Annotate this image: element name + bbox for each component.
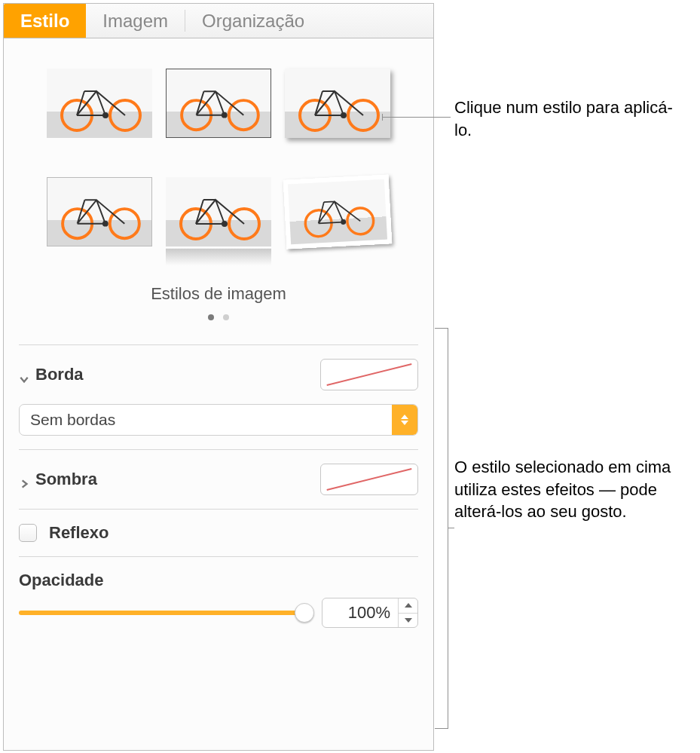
svg-point-2 [103, 113, 108, 118]
callout-leader-line [448, 528, 454, 528]
image-styles-heading: Estilos de imagem [4, 284, 433, 304]
callout-text: O estilo selecionado em cima utiliza est… [454, 456, 688, 523]
shadow-section: Sombra [4, 450, 433, 495]
border-label: Borda [35, 365, 84, 384]
border-style-swatch[interactable] [320, 359, 418, 390]
callout-bracket [435, 328, 448, 729]
svg-point-16 [347, 207, 374, 235]
image-style-thumb[interactable] [47, 177, 152, 246]
bicycle-thumbnail-icon [288, 179, 387, 245]
disclosure-right-icon[interactable] [19, 474, 29, 485]
svg-point-5 [222, 113, 227, 118]
format-tabs: Estilo Imagem Organização [4, 4, 433, 38]
chevron-down-icon [405, 618, 412, 623]
reflection-section: Reflexo [4, 510, 433, 543]
style-page-indicator [4, 310, 433, 323]
opacity-label: Opacidade [19, 571, 103, 590]
callout-leader-line [383, 117, 451, 118]
image-style-thumb[interactable] [47, 69, 152, 138]
page-dot[interactable] [223, 314, 229, 320]
styles-next-button[interactable] [411, 167, 427, 189]
tab-arrange[interactable]: Organização [185, 4, 321, 38]
slider-thumb-icon [295, 603, 314, 623]
border-section: Borda Sem bordas [4, 345, 433, 436]
callout-text: Clique num estilo para aplicá-lo. [454, 96, 680, 141]
bicycle-thumbnail-icon [167, 69, 271, 137]
bicycle-thumbnail-icon [166, 177, 271, 246]
no-border-icon [326, 363, 411, 386]
opacity-stepper [322, 598, 418, 628]
image-style-thumb[interactable] [166, 69, 271, 138]
page-dot[interactable] [208, 314, 214, 320]
reflection-label: Reflexo [49, 523, 109, 543]
opacity-section: Opacidade [4, 557, 433, 628]
dropdown-stepper-icon [392, 405, 417, 435]
bicycle-thumbnail-icon [47, 178, 151, 246]
tab-style[interactable]: Estilo [4, 4, 86, 38]
no-shadow-icon [326, 468, 411, 491]
svg-point-17 [341, 220, 345, 224]
bicycle-thumbnail-icon [285, 69, 390, 138]
svg-point-14 [222, 222, 227, 226]
format-panel: Estilo Imagem Organização Estilos de ima… [3, 3, 434, 751]
opacity-slider[interactable] [19, 611, 307, 615]
image-styles-area: Estilos de imagem [4, 38, 433, 331]
image-style-thumb[interactable] [285, 69, 390, 138]
bicycle-thumbnail-icon [47, 69, 152, 138]
opacity-step-up[interactable] [399, 598, 417, 614]
shadow-style-swatch[interactable] [320, 464, 418, 495]
border-type-dropdown[interactable]: Sem bordas [19, 404, 418, 436]
dropdown-value: Sem bordas [20, 405, 392, 435]
chevron-up-icon [405, 603, 412, 608]
image-style-thumb[interactable] [283, 174, 393, 249]
shadow-label: Sombra [35, 470, 97, 489]
svg-point-8 [341, 113, 346, 118]
image-style-thumb[interactable] [166, 177, 271, 246]
opacity-step-down[interactable] [399, 614, 417, 628]
disclosure-down-icon[interactable] [19, 369, 29, 380]
svg-point-11 [103, 222, 108, 226]
styles-prev-button[interactable] [10, 167, 26, 189]
opacity-input[interactable] [322, 598, 398, 627]
image-style-grid [4, 69, 433, 246]
reflection-checkbox[interactable] [19, 524, 37, 542]
tab-image[interactable]: Imagem [86, 4, 185, 38]
